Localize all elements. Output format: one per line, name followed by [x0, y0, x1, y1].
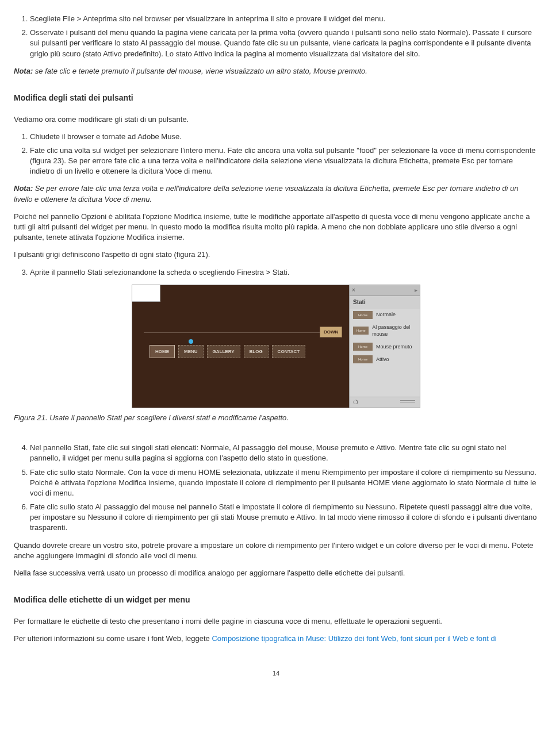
- paragraph: Poiché nel pannello Opzioni è abilitata …: [14, 212, 538, 243]
- list-item: Osservate i pulsanti del menu quando la …: [30, 28, 538, 59]
- help-icon[interactable]: ❍: [353, 398, 358, 406]
- panel-head: × ▸: [350, 285, 420, 296]
- heading-states: Modifica degli stati dei pulsanti: [14, 93, 538, 104]
- ordered-list-2: Chiudete il browser e tornate ad Adobe M…: [14, 132, 538, 177]
- state-row-pressed[interactable]: Home Mouse premuto: [350, 340, 420, 353]
- list-item: Fate clic una volta sul widget per selez…: [30, 145, 538, 177]
- grip-icon: [400, 400, 415, 404]
- states-panel: × ▸ Stati Home Normale Home Al passaggio…: [349, 285, 420, 408]
- ribbon-line: [144, 332, 339, 333]
- nav-home[interactable]: HOME: [150, 345, 175, 358]
- state-label: Al passaggio del mouse: [372, 324, 416, 338]
- ordered-list-3: Aprite il pannello Stati selezionandone …: [14, 267, 538, 278]
- note-label: Nota:: [14, 184, 33, 193]
- state-row-hover[interactable]: Home Al passaggio del mouse: [350, 321, 420, 340]
- state-thumb: Home: [353, 327, 369, 335]
- ordered-list-4: Nel pannello Stati, fate clic sui singol…: [14, 443, 538, 534]
- typography-link[interactable]: Composizione tipografica in Muse: Utiliz…: [212, 634, 496, 643]
- note-paragraph: Nota: Se per errore fate clic una terza …: [14, 183, 538, 204]
- state-label: Attivo: [376, 356, 389, 363]
- note-text: se fate clic e tenete premuto il pulsant…: [33, 67, 367, 75]
- note-label: Nota:: [14, 67, 33, 75]
- panel-footer: ❍: [350, 397, 420, 408]
- note-text: Se per errore fate clic una terza volta …: [14, 184, 519, 203]
- nav-contact[interactable]: CONTACT: [272, 345, 306, 358]
- text-span: Per ulteriori informazioni su come usare…: [14, 634, 212, 643]
- figure-corner: [132, 285, 160, 302]
- list-item: Aprite il pannello Stati selezionandone …: [30, 267, 538, 278]
- nav-gallery[interactable]: GALLERY: [207, 345, 240, 358]
- list-item: Fate clic sullo stato Normale. Con la vo…: [30, 467, 538, 499]
- state-row-normal[interactable]: Home Normale: [350, 309, 420, 321]
- page-number: 14: [14, 669, 538, 678]
- nav-menu[interactable]: MENU: [178, 345, 204, 358]
- list-item: Chiudete il browser e tornate ad Adobe M…: [30, 132, 538, 142]
- ribbon-tag: DOWN: [320, 327, 342, 337]
- paragraph: Quando dovrete creare un vostro sito, po…: [14, 540, 538, 561]
- figure-21: DOWN HOME MENU GALLERY BLOG CONTACT × ▸ …: [132, 285, 420, 408]
- list-item: Fate clic sullo stato Al passaggio del m…: [30, 502, 538, 534]
- list-item: Nel pannello Stati, fate clic sui singol…: [30, 443, 538, 463]
- heading-labels: Modifica delle etichette di un widget pe…: [14, 594, 538, 606]
- paragraph: Nella fase successiva verrà usato un pro…: [14, 568, 538, 578]
- selection-dot-icon: [189, 339, 193, 344]
- paragraph: Vediamo ora come modificare gli stati di…: [14, 114, 538, 125]
- figure-canvas: DOWN HOME MENU GALLERY BLOG CONTACT: [132, 285, 350, 408]
- paragraph: I pulsanti grigi definiscono l'aspetto d…: [14, 250, 538, 260]
- panel-title: Stati: [350, 296, 420, 309]
- expand-icon[interactable]: ▸: [415, 286, 417, 294]
- figure-caption: Figura 21. Usate il pannello Stati per s…: [14, 413, 538, 423]
- state-label: Mouse premuto: [376, 343, 412, 351]
- state-row-active[interactable]: Home Attivo: [350, 353, 420, 366]
- close-icon[interactable]: ×: [352, 286, 355, 294]
- nav-blog[interactable]: BLOG: [244, 345, 269, 358]
- state-label: Normale: [376, 311, 396, 318]
- state-thumb: Home: [353, 355, 373, 363]
- note-paragraph: Nota: se fate clic e tenete premuto il p…: [14, 66, 538, 76]
- paragraph: Per ulteriori informazioni su come usare…: [14, 634, 538, 644]
- list-item: Scegliete File > Anteprima sito nel brow…: [30, 14, 538, 24]
- state-thumb: Home: [353, 343, 373, 351]
- nav-row: HOME MENU GALLERY BLOG CONTACT: [150, 345, 305, 358]
- state-thumb: Home: [353, 311, 373, 319]
- ordered-list-1: Scegliete File > Anteprima sito nel brow…: [14, 14, 538, 59]
- paragraph: Per formattare le etichette di testo che…: [14, 616, 538, 627]
